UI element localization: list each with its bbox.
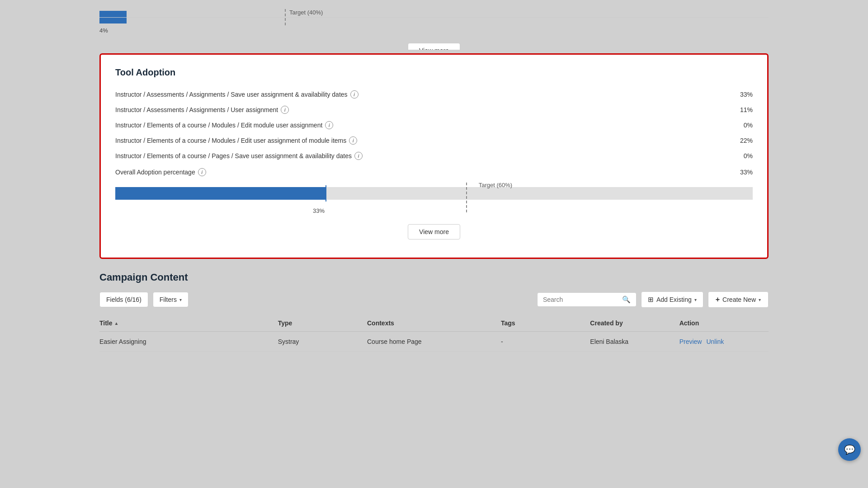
overall-adoption-row: Overall Adoption percentage i 33% — [115, 164, 753, 179]
filters-label: Filters — [160, 296, 177, 303]
filters-dropdown-button[interactable]: Filters ▾ — [153, 292, 189, 307]
plus-icon: + — [716, 296, 720, 304]
col-action: Action — [679, 319, 769, 327]
col-created-by: Created by — [590, 319, 679, 327]
adoption-row-3-percent: 0% — [730, 122, 753, 129]
adoption-row-2: Instructor / Assessments / Assignments /… — [115, 102, 753, 117]
create-new-button[interactable]: + Create New ▾ — [708, 291, 769, 308]
adoption-row-2-label: Instructor / Assessments / Assignments /… — [115, 106, 278, 113]
col-contexts-label: Contexts — [367, 319, 394, 327]
create-new-chevron-icon: ▾ — [759, 297, 761, 302]
adoption-row-3-label: Instructor / Elements of a course / Modu… — [115, 122, 322, 129]
tool-adoption-title: Tool Adoption — [115, 67, 753, 78]
search-input[interactable] — [543, 296, 618, 303]
adoption-row-4-percent: 22% — [730, 137, 753, 144]
row-type: Systray — [278, 338, 367, 345]
adoption-target-line — [466, 183, 467, 212]
chat-icon-button[interactable]: 💬 — [838, 438, 861, 461]
top-bar-percent: 4% — [99, 27, 108, 34]
row-title: Easier Assigning — [99, 338, 278, 345]
search-box: 🔍 — [537, 292, 637, 307]
col-tags: Tags — [501, 319, 590, 327]
row-context: Course home Page — [367, 338, 501, 345]
adoption-row-4: Instructor / Elements of a course / Modu… — [115, 133, 753, 148]
row-actions: Preview Unlink — [679, 338, 769, 345]
table-row: Easier Assigning Systray Course home Pag… — [99, 332, 769, 352]
campaign-title: Campaign Content — [99, 272, 769, 283]
info-icon-2[interactable]: i — [281, 106, 289, 114]
adoption-row-5-percent: 0% — [730, 152, 753, 160]
add-existing-button[interactable]: ⊞ Add Existing ▾ — [641, 291, 703, 308]
row-created-by: Eleni Balaska — [590, 338, 679, 345]
adoption-row-5: Instructor / Elements of a course / Page… — [115, 148, 753, 164]
unlink-link[interactable]: Unlink — [706, 338, 724, 345]
overall-adoption-percent: 33% — [740, 169, 753, 176]
create-new-label: Create New — [722, 296, 756, 303]
adoption-bar-percent-label: 33% — [313, 207, 325, 214]
campaign-section: Campaign Content Fields (6/16) Filters ▾… — [99, 272, 769, 352]
adoption-row-4-label: Instructor / Elements of a course / Modu… — [115, 137, 346, 144]
col-type: Type — [278, 319, 367, 327]
title-sort-icon[interactable]: ▲ — [114, 321, 119, 326]
col-title-label: Title — [99, 319, 113, 327]
adoption-row-1-percent: 33% — [730, 91, 753, 98]
adoption-row-3: Instructor / Elements of a course / Modu… — [115, 117, 753, 133]
col-type-label: Type — [278, 319, 292, 327]
adoption-row-2-percent: 11% — [730, 106, 753, 113]
adoption-bar-fill — [115, 187, 326, 200]
top-view-more-button[interactable]: View more — [408, 43, 460, 50]
table-header: Title ▲ Type Contexts Tags Created by Ac… — [99, 315, 769, 332]
col-tags-label: Tags — [501, 319, 515, 327]
filters-chevron-icon: ▾ — [179, 297, 182, 302]
preview-link[interactable]: Preview — [679, 338, 702, 345]
add-existing-icon: ⊞ — [648, 296, 654, 304]
col-contexts: Contexts — [367, 319, 501, 327]
chat-icon: 💬 — [844, 444, 855, 455]
adoption-bar-chart: Target (60%) 33% — [115, 183, 753, 214]
col-action-label: Action — [679, 319, 699, 327]
col-created-by-label: Created by — [590, 319, 623, 327]
info-icon-5[interactable]: i — [354, 152, 363, 160]
fields-dropdown-button[interactable]: Fields (6/16) — [99, 292, 148, 307]
col-title: Title ▲ — [99, 319, 278, 327]
info-icon-4[interactable]: i — [349, 136, 357, 145]
adoption-target-label: Target (60%) — [479, 182, 512, 188]
top-target-label: Target (40%) — [289, 9, 323, 16]
adoption-row-5-label: Instructor / Elements of a course / Page… — [115, 152, 352, 160]
campaign-toolbar: Fields (6/16) Filters ▾ 🔍 ⊞ Add Existing… — [99, 291, 769, 308]
search-icon: 🔍 — [622, 296, 631, 304]
info-icon-1[interactable]: i — [350, 90, 359, 99]
adoption-bar-marker — [326, 185, 326, 202]
overall-adoption-label: Overall Adoption percentage — [115, 169, 195, 176]
tool-adoption-panel: Tool Adoption Instructor / Assessments /… — [99, 53, 769, 259]
add-existing-chevron-icon: ▾ — [694, 297, 697, 302]
adoption-row-1-label: Instructor / Assessments / Assignments /… — [115, 91, 348, 98]
adoption-row-1: Instructor / Assessments / Assignments /… — [115, 87, 753, 102]
add-existing-label: Add Existing — [656, 296, 692, 303]
adoption-view-more-button[interactable]: View more — [408, 224, 460, 239]
overall-info-icon[interactable]: i — [198, 168, 206, 176]
top-target-line — [285, 9, 286, 25]
info-icon-3[interactable]: i — [325, 121, 333, 129]
row-tags: - — [501, 338, 590, 345]
